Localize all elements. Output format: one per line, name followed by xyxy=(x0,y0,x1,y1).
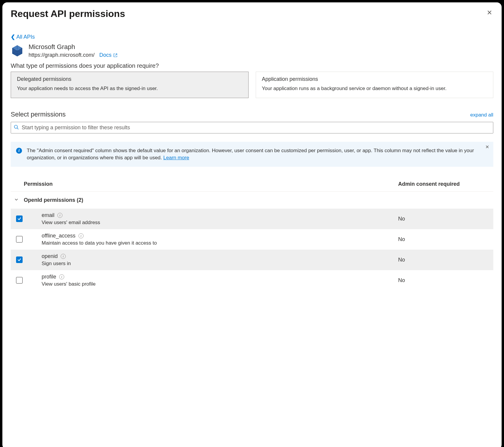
page-title: Request API permissions xyxy=(11,8,125,19)
docs-link[interactable]: Docs xyxy=(99,52,117,58)
api-url: https://graph.microsoft.com/ xyxy=(29,52,95,58)
permission-name: offline_access xyxy=(42,233,76,239)
card-desc: Your application runs as a background se… xyxy=(262,85,487,92)
info-hint-icon[interactable]: i xyxy=(59,274,64,279)
permission-search-input[interactable] xyxy=(11,122,493,133)
permission-desc: View users' basic profile xyxy=(42,281,398,287)
info-hint-icon[interactable]: i xyxy=(57,213,62,218)
permission-desc: Maintain access to data you have given i… xyxy=(42,240,398,246)
chevron-left-icon: ❮ xyxy=(11,34,15,40)
permission-row: openidiSign users inNo xyxy=(11,250,493,270)
table-header: Permission Admin consent required xyxy=(11,177,493,192)
info-close-icon[interactable]: ✕ xyxy=(485,144,489,150)
admin-consent-value: No xyxy=(398,216,493,222)
info-hint-icon[interactable]: i xyxy=(61,254,66,259)
permission-row: profileiView users' basic profileNo xyxy=(11,270,493,291)
close-icon[interactable]: ✕ xyxy=(486,8,493,17)
api-name: Microsoft Graph xyxy=(29,43,117,51)
application-permissions-card[interactable]: Application permissions Your application… xyxy=(256,72,494,98)
info-text: The "Admin consent required" column show… xyxy=(27,148,474,160)
permission-checkbox[interactable] xyxy=(16,277,23,284)
permission-type-question: What type of permissions does your appli… xyxy=(11,62,493,69)
permission-desc: Sign users in xyxy=(42,261,398,267)
admin-consent-value: No xyxy=(398,257,493,263)
docs-link-label: Docs xyxy=(99,52,112,58)
card-desc: Your application needs to access the API… xyxy=(17,85,242,92)
delegated-permissions-card[interactable]: Delegated permissions Your application n… xyxy=(11,72,249,98)
permission-name: email xyxy=(42,212,54,218)
permission-checkbox[interactable] xyxy=(16,256,23,263)
group-label: OpenId permissions (2) xyxy=(24,197,83,203)
permission-name: profile xyxy=(42,274,56,280)
info-banner: i The "Admin consent required" column sh… xyxy=(11,142,493,167)
permission-desc: View users' email address xyxy=(42,220,398,226)
chevron-down-icon xyxy=(14,197,18,203)
svg-point-7 xyxy=(14,125,18,128)
admin-consent-value: No xyxy=(398,277,493,284)
search-icon xyxy=(14,125,19,131)
permission-checkbox[interactable] xyxy=(16,215,23,222)
select-permissions-label: Select permissions xyxy=(11,111,66,118)
permission-row: emailiView users' email addressNo xyxy=(11,209,493,229)
card-title: Delegated permissions xyxy=(17,76,242,82)
info-icon: i xyxy=(16,148,22,154)
permission-checkbox[interactable] xyxy=(16,236,23,243)
microsoft-graph-icon xyxy=(11,44,24,57)
card-title: Application permissions xyxy=(262,76,487,82)
permission-name: openid xyxy=(42,253,58,259)
back-link-label: All APIs xyxy=(16,34,35,40)
info-hint-icon[interactable]: i xyxy=(78,233,84,238)
svg-line-8 xyxy=(17,128,18,129)
api-permissions-panel: Request API permissions ✕ ❮ All APIs Mic… xyxy=(2,2,502,447)
column-permission: Permission xyxy=(11,181,398,187)
permission-row: offline_accessiMaintain access to data y… xyxy=(11,229,493,250)
back-all-apis-link[interactable]: ❮ All APIs xyxy=(11,34,35,40)
learn-more-link[interactable]: Learn more xyxy=(163,155,189,160)
column-admin-consent: Admin consent required xyxy=(398,181,493,187)
expand-all-link[interactable]: expand all xyxy=(470,112,493,118)
permission-group-openid[interactable]: OpenId permissions (2) xyxy=(11,192,493,209)
admin-consent-value: No xyxy=(398,236,493,243)
external-link-icon xyxy=(113,53,117,57)
